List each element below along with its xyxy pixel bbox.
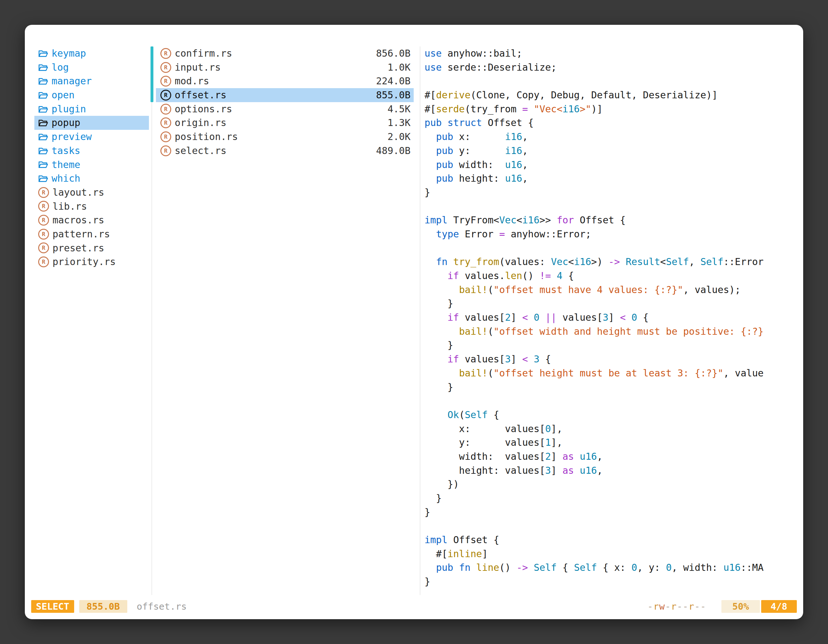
rust-file-icon: R xyxy=(160,146,171,156)
sidebar-item-label: preview xyxy=(52,130,92,144)
code-line: bail!("offset must have 4 values: {:?}",… xyxy=(425,283,798,297)
code-line: } xyxy=(425,338,798,352)
code-line xyxy=(425,519,798,533)
code-line: }) xyxy=(425,477,798,491)
file-size: 856.0B xyxy=(376,47,411,60)
sidebar-item-label: pattern.rs xyxy=(52,227,110,241)
code-line: #[inline] xyxy=(425,547,798,561)
rust-file-icon: R xyxy=(160,76,171,86)
pane-divider-right xyxy=(420,47,420,595)
code-line: } xyxy=(425,296,798,310)
sidebar-item-tasks[interactable]: tasks xyxy=(34,144,149,158)
file-row-offset-rs[interactable]: Roffset.rs855.0B xyxy=(156,88,414,102)
sidebar-item-label: keymap xyxy=(52,47,86,60)
sidebar-item-priority-rs[interactable]: Rpriority.rs xyxy=(34,255,149,269)
code-line: height: values[3] as u16, xyxy=(425,464,798,478)
current-pane: Rconfirm.rs856.0BRinput.rs1.0KRmod.rs224… xyxy=(156,47,414,158)
file-name: confirm.rs xyxy=(175,47,232,60)
file-row-confirm-rs[interactable]: Rconfirm.rs856.0B xyxy=(156,47,414,60)
sidebar-item-manager[interactable]: manager xyxy=(34,74,149,88)
code-line: if values[2] < 0 || values[3] < 0 { xyxy=(425,310,798,324)
open-folder-icon xyxy=(38,119,48,127)
rust-file-icon: R xyxy=(38,229,49,240)
status-bar: SELECT 855.0B offset.rs -rw-r--r-- 50% 4… xyxy=(31,599,797,613)
code-line: pub struct Offset { xyxy=(425,116,798,130)
file-size-chip: 855.0B xyxy=(79,600,127,613)
sidebar-item-open[interactable]: open xyxy=(34,88,149,102)
code-line: y: values[1], xyxy=(425,436,798,450)
code-line: pub x: i16, xyxy=(425,130,798,144)
file-name: input.rs xyxy=(175,60,221,74)
open-folder-icon xyxy=(38,77,48,85)
sidebar-item-plugin[interactable]: plugin xyxy=(34,102,149,116)
file-row-position-rs[interactable]: Rposition.rs2.0K xyxy=(156,130,414,144)
file-row-input-rs[interactable]: Rinput.rs1.0K xyxy=(156,60,414,74)
code-line: if values[3] < 3 { xyxy=(425,352,798,366)
open-folder-icon xyxy=(38,133,48,141)
code-line: bail!("offset width and height must be p… xyxy=(425,324,798,338)
status-right: -rw-r--r-- 50% 4/8 xyxy=(648,600,797,613)
code-line xyxy=(425,74,798,88)
file-size: 224.0B xyxy=(376,74,411,88)
open-folder-icon xyxy=(38,105,48,113)
sidebar-item-pattern-rs[interactable]: Rpattern.rs xyxy=(34,227,149,241)
file-row-options-rs[interactable]: Roptions.rs4.5K xyxy=(156,102,414,116)
sidebar-item-label: open xyxy=(52,88,74,102)
code-line: use anyhow::bail; xyxy=(425,47,798,60)
code-line: Ok(Self { xyxy=(425,408,798,422)
rust-file-icon: R xyxy=(160,132,171,142)
sidebar-item-label: log xyxy=(52,60,69,74)
open-folder-icon xyxy=(38,63,48,72)
file-manager-window: keymaplogmanageropenpluginpopuppreviewta… xyxy=(25,25,803,619)
sidebar-item-theme[interactable]: theme xyxy=(34,158,149,172)
open-folder-icon xyxy=(38,174,48,183)
sidebar-item-label: preset.rs xyxy=(52,241,104,255)
rust-file-icon: R xyxy=(38,215,49,226)
sidebar-item-log[interactable]: log xyxy=(34,60,149,74)
sidebar-item-layout-rs[interactable]: Rlayout.rs xyxy=(34,185,149,199)
parent-pane: keymaplogmanageropenpluginpopuppreviewta… xyxy=(34,47,149,269)
code-line: } xyxy=(425,491,798,505)
rust-file-icon: R xyxy=(38,257,49,267)
code-line: } xyxy=(425,185,798,199)
file-row-select-rs[interactable]: Rselect.rs489.0B xyxy=(156,144,414,158)
sidebar-item-which[interactable]: which xyxy=(34,171,149,185)
code-line: width: values[2] as u16, xyxy=(425,450,798,464)
rust-file-icon: R xyxy=(160,48,171,59)
code-line: #[serde(try_from = "Vec<i16>")] xyxy=(425,102,798,116)
cursor-position-badge: 4/8 xyxy=(761,600,797,613)
code-line: pub height: u16, xyxy=(425,171,798,185)
scroll-percent-chip: 50% xyxy=(721,600,760,613)
sidebar-item-macros-rs[interactable]: Rmacros.rs xyxy=(34,213,149,227)
sidebar-item-label: plugin xyxy=(52,102,86,116)
rust-file-icon: R xyxy=(160,62,171,73)
code-line: pub y: i16, xyxy=(425,144,798,158)
file-row-origin-rs[interactable]: Rorigin.rs1.3K xyxy=(156,116,414,130)
file-row-mod-rs[interactable]: Rmod.rs224.0B xyxy=(156,74,414,88)
file-size: 4.5K xyxy=(387,102,411,116)
file-name: select.rs xyxy=(175,144,227,158)
sidebar-item-keymap[interactable]: keymap xyxy=(34,47,149,60)
sidebar-item-preview[interactable]: preview xyxy=(34,130,149,144)
sidebar-item-label: which xyxy=(52,171,80,185)
sidebar-item-label: priority.rs xyxy=(52,255,116,269)
open-folder-icon xyxy=(38,91,48,99)
sidebar-item-label: macros.rs xyxy=(52,213,104,227)
code-line: impl Offset { xyxy=(425,533,798,547)
code-line: pub width: u16, xyxy=(425,158,798,172)
code-line: fn try_from(values: Vec<i16>) -> Result<… xyxy=(425,255,798,269)
preview-pane[interactable]: use anyhow::bail;use serde::Deserialize;… xyxy=(425,47,798,589)
file-name: origin.rs xyxy=(175,116,227,130)
code-line xyxy=(425,241,798,255)
file-size: 1.3K xyxy=(387,116,411,130)
open-folder-icon xyxy=(38,147,48,155)
sidebar-item-label: tasks xyxy=(52,144,80,158)
visual-select-marker xyxy=(151,47,154,102)
sidebar-item-lib-rs[interactable]: Rlib.rs xyxy=(34,199,149,213)
sidebar-item-popup[interactable]: popup xyxy=(34,116,149,130)
rust-file-icon: R xyxy=(160,90,171,100)
file-name: options.rs xyxy=(175,102,232,116)
file-name: position.rs xyxy=(175,130,238,144)
file-size: 1.0K xyxy=(387,60,411,74)
sidebar-item-preset-rs[interactable]: Rpreset.rs xyxy=(34,241,149,255)
